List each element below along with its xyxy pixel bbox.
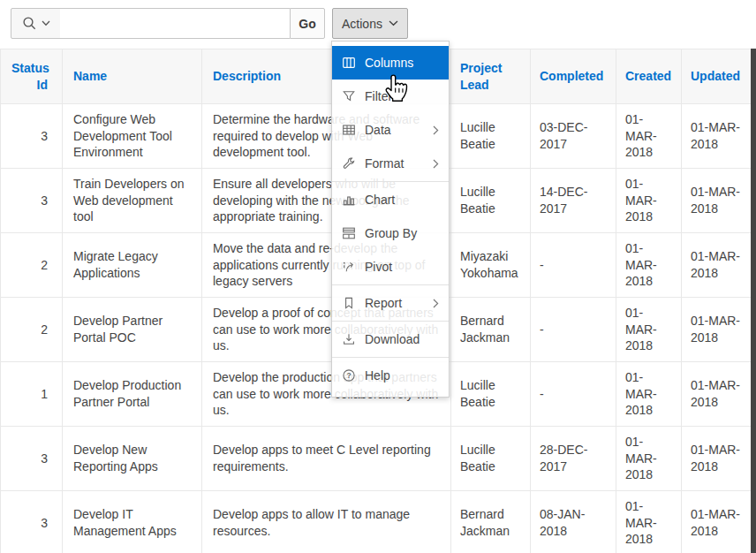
actions-button[interactable]: Actions — [332, 8, 408, 39]
cell-status_id: 3 — [1, 491, 63, 553]
help-icon: ? — [342, 368, 356, 383]
search-options-button[interactable] — [11, 8, 61, 39]
cell-updated: 01-MAR-2018 — [682, 169, 752, 233]
menu-item-label: Help — [365, 368, 439, 383]
cell-name: Develop New Reporting Apps — [63, 427, 202, 491]
menu-separator — [332, 321, 449, 322]
bar-chart-icon — [342, 193, 356, 207]
download-icon — [342, 332, 356, 346]
cell-status_id: 3 — [1, 427, 63, 491]
pivot-arrow-icon — [342, 260, 356, 274]
submenu-arrow-icon — [433, 159, 439, 169]
cell-updated: 01-MAR-2018 — [682, 491, 752, 553]
menu-separator — [332, 181, 449, 182]
column-header-updated[interactable]: Updated — [682, 49, 752, 104]
cell-project_lead: Bernard Jackman — [451, 298, 531, 362]
search-input[interactable] — [60, 8, 290, 39]
hand-cursor-icon — [382, 73, 410, 108]
cell-status_id: 2 — [1, 298, 63, 362]
cell-description: Develop apps to meet C Level reporting r… — [202, 427, 451, 491]
cell-completed: - — [531, 233, 616, 298]
columns-icon — [342, 56, 356, 70]
cell-name: Develop Partner Portal POC — [63, 298, 202, 362]
actions-button-label: Actions — [342, 17, 382, 31]
cell-created: 01-MAR-2018 — [616, 298, 682, 362]
cell-status_id: 3 — [1, 169, 63, 233]
menu-item-report[interactable]: Report — [332, 286, 449, 320]
menu-item-label: Columns — [365, 56, 439, 70]
bookmark-icon — [342, 296, 356, 310]
menu-item-pivot[interactable]: Pivot — [332, 250, 449, 284]
chevron-down-icon — [42, 20, 50, 27]
cell-description: Develop apps to allow IT to manage resou… — [202, 491, 451, 553]
menu-item-label: Report — [365, 296, 424, 310]
cell-completed: 14-DEC-2017 — [531, 169, 616, 233]
menu-separator — [332, 357, 449, 358]
menu-item-label: Format — [365, 156, 424, 170]
menu-item-label: Group By — [365, 226, 439, 240]
cell-completed: 03-DEC-2017 — [531, 104, 616, 169]
menu-item-label: Data — [365, 123, 424, 137]
submenu-arrow-icon — [433, 125, 439, 135]
group-by-icon — [342, 226, 356, 240]
cell-status_id: 2 — [1, 233, 63, 298]
cell-project_lead: Lucille Beatie — [451, 362, 531, 427]
menu-item-chart[interactable]: Chart — [332, 183, 449, 216]
cell-created: 01-MAR-2018 — [616, 169, 682, 233]
go-button[interactable]: Go — [290, 8, 325, 39]
menu-item-format[interactable]: Format — [332, 147, 449, 180]
cell-name: Develop Production Partner Portal — [63, 362, 202, 427]
submenu-arrow-icon — [433, 299, 439, 308]
cell-project_lead: Lucille Beatie — [451, 104, 531, 169]
cell-completed: 28-DEC-2017 — [531, 427, 616, 491]
menu-item-label: Pivot — [365, 260, 439, 274]
menu-item-label: Chart — [365, 193, 439, 207]
filter-icon — [342, 89, 356, 103]
chevron-down-icon — [389, 20, 398, 27]
cell-created: 01-MAR-2018 — [616, 362, 682, 427]
svg-text:?: ? — [346, 371, 351, 380]
cell-project_lead: Lucille Beatie — [451, 427, 531, 491]
cell-name: Migrate Legacy Applications — [63, 233, 202, 298]
cell-created: 01-MAR-2018 — [616, 104, 682, 169]
menu-separator — [332, 284, 449, 285]
cell-updated: 01-MAR-2018 — [682, 427, 752, 491]
cell-name: Train Developers on Web development tool — [63, 169, 202, 233]
cell-updated: 01-MAR-2018 — [682, 362, 752, 427]
cell-status_id: 3 — [1, 104, 63, 169]
cell-name: Develop IT Management Apps — [63, 491, 202, 553]
menu-item-label: Download — [365, 332, 439, 346]
cell-project_lead: Miyazaki Yokohama — [451, 233, 531, 298]
menu-item-data[interactable]: Data — [332, 113, 449, 147]
menu-item-help[interactable]: ?Help — [332, 359, 449, 392]
column-header-completed[interactable]: Completed — [531, 49, 616, 104]
column-header-status_id[interactable]: Status Id — [1, 49, 63, 104]
cell-status_id: 1 — [1, 362, 63, 427]
column-header-project_lead[interactable]: Project Lead — [451, 49, 531, 104]
cell-updated: 01-MAR-2018 — [682, 298, 752, 362]
table-row: 3Develop IT Management AppsDevelop apps … — [1, 491, 752, 553]
cell-created: 01-MAR-2018 — [616, 427, 682, 491]
cell-updated: 01-MAR-2018 — [682, 104, 752, 169]
interactive-report-page: Go Actions Status IdNameDescriptionProje… — [0, 0, 756, 553]
cell-name: Configure Web Development Tool Environme… — [63, 104, 202, 169]
data-grid-icon — [342, 123, 356, 137]
menu-item-group-by[interactable]: Group By — [332, 216, 449, 250]
cell-project_lead: Bernard Jackman — [451, 491, 531, 553]
cell-completed: - — [531, 298, 616, 362]
wrench-icon — [342, 156, 356, 170]
column-header-created[interactable]: Created — [616, 49, 682, 104]
column-header-name[interactable]: Name — [63, 49, 202, 104]
cell-completed: - — [531, 362, 616, 427]
menu-item-download[interactable]: Download — [332, 322, 449, 356]
cell-project_lead: Lucille Beatie — [451, 169, 531, 233]
cell-updated: 01-MAR-2018 — [682, 233, 752, 298]
right-edge-strip — [751, 49, 756, 553]
cell-created: 01-MAR-2018 — [616, 491, 682, 553]
table-row: 3Develop New Reporting AppsDevelop apps … — [1, 427, 752, 491]
cell-created: 01-MAR-2018 — [616, 233, 682, 298]
magnifier-icon — [22, 16, 37, 31]
cell-completed: 08-JAN-2018 — [531, 491, 616, 553]
